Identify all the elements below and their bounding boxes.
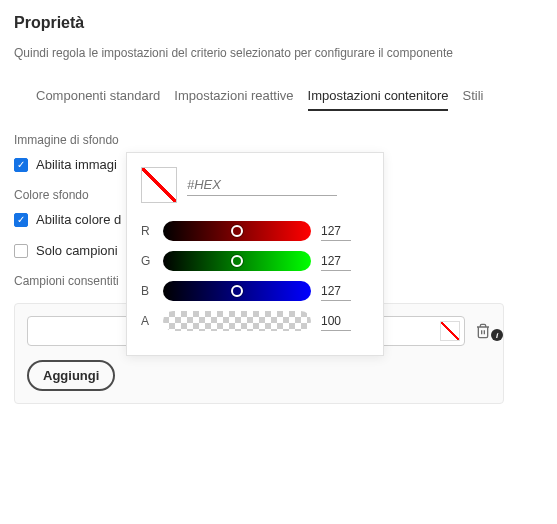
tab-stili[interactable]: Stili [462,82,483,111]
a-slider[interactable] [163,311,311,331]
r-slider[interactable] [163,221,311,241]
color-swatch-preview [141,167,177,203]
a-label: A [141,314,153,328]
tab-impostazioni-reattive[interactable]: Impostazioni reattive [174,82,293,111]
b-value-input[interactable] [321,282,351,301]
bg-image-section-label: Immagine di sfondo [14,133,557,147]
enable-color-checkbox[interactable]: ✓ [14,213,28,227]
b-label: B [141,284,153,298]
swatch-preview-icon[interactable] [440,321,460,341]
b-slider[interactable] [163,281,311,301]
r-slider-thumb[interactable] [231,225,243,237]
color-picker-popover: R G B A [126,152,384,356]
r-label: R [141,224,153,238]
info-icon[interactable]: i [491,329,503,341]
add-button[interactable]: Aggiungi [27,360,115,391]
tab-impostazioni-contenitore[interactable]: Impostazioni contenitore [308,82,449,111]
g-slider-thumb[interactable] [231,255,243,267]
g-value-input[interactable] [321,252,351,271]
g-slider[interactable] [163,251,311,271]
enable-image-label: Abilita immagi [36,157,117,172]
enable-image-checkbox[interactable]: ✓ [14,158,28,172]
a-value-input[interactable] [321,312,351,331]
page-subtitle: Quindi regola le impostazioni del criter… [14,46,557,60]
swatch-only-label: Solo campioni [36,243,118,258]
delete-icon[interactable] [475,322,491,340]
enable-color-label: Abilita colore d [36,212,121,227]
g-label: G [141,254,153,268]
page-title: Proprietà [14,14,557,32]
b-slider-thumb[interactable] [231,285,243,297]
tab-componenti-standard[interactable]: Componenti standard [36,82,160,111]
r-value-input[interactable] [321,222,351,241]
swatch-only-checkbox[interactable] [14,244,28,258]
tabs: Componenti standard Impostazioni reattiv… [14,82,557,111]
hex-input[interactable] [187,174,337,196]
